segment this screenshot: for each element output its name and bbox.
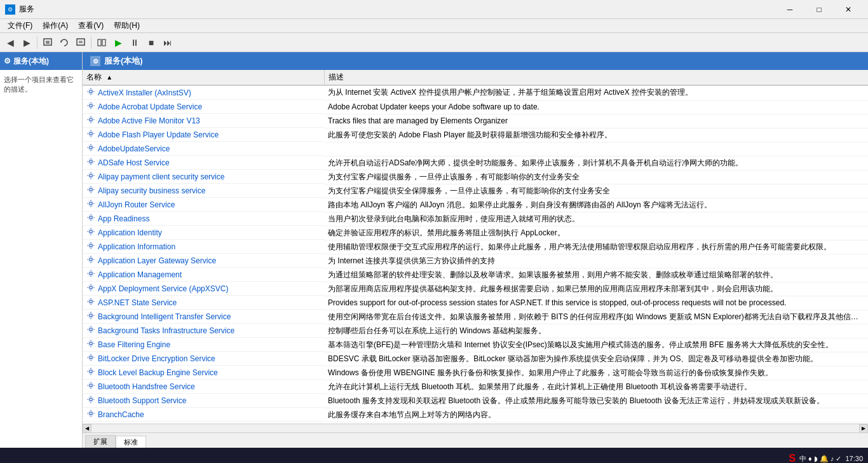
table-row[interactable]: BitLocker Drive Encryption ServiceBDESVC…	[83, 352, 868, 366]
svg-point-10	[90, 118, 92, 121]
back-button[interactable]: ◀	[3, 35, 18, 50]
service-icon	[86, 143, 95, 154]
minimize-button[interactable]: ─	[775, 0, 804, 19]
tab-standard[interactable]: 标准	[116, 436, 146, 448]
table-row[interactable]: Base Filtering Engine基本筛选引擎(BFE)是一种管理防火墙…	[83, 338, 868, 352]
table-row[interactable]: AppX Deployment Service (AppXSVC)为部署应用商店…	[83, 282, 868, 296]
tab-extend[interactable]: 扩展	[85, 435, 116, 448]
service-name: Background Tasks Infrastructure Service	[98, 326, 234, 335]
stop-button[interactable]: ■	[144, 35, 159, 50]
main-layout: ⚙ 服务(本地) 选择一个项目来查看它的描述。 ⚙ 服务(本地) 名称 ▲ 描	[0, 52, 868, 448]
svg-point-8	[90, 90, 92, 93]
restart-button[interactable]: ⏭	[160, 35, 175, 50]
service-icon	[86, 101, 95, 112]
service-name: Bluetooth Handsfree Service	[98, 382, 195, 391]
service-desc: 为通过组策略部署的软件处理安装、删除以及枚举请求。如果该服务被禁用，则用户将不能…	[324, 268, 868, 282]
toolbar-separator-1	[37, 36, 37, 49]
service-icon	[86, 115, 95, 126]
menu-bar: 文件(F) 操作(A) 查看(V) 帮助(H)	[0, 19, 868, 33]
hscroll-track[interactable]	[92, 424, 859, 433]
toolbar-separator-2	[91, 36, 92, 49]
service-desc: 为从 Internet 安装 ActiveX 控件提供用户帐户控制验证，并基于组…	[324, 85, 868, 100]
table-row[interactable]: ASP.NET State ServiceProvides support fo…	[83, 296, 868, 310]
service-desc	[324, 142, 868, 156]
service-name: AppX Deployment Service (AppXSVC)	[98, 284, 228, 293]
hscroll-right-button[interactable]: ▶	[859, 424, 868, 433]
services-table: 名称 ▲ 描述 ActiveX Installer (AxInstSV)为从 I…	[83, 70, 868, 424]
service-name: BitLocker Drive Encryption Service	[98, 354, 215, 363]
svg-point-22	[90, 286, 92, 289]
table-row[interactable]: AdobeUpdateService	[83, 142, 868, 156]
svg-rect-1	[46, 41, 50, 44]
sidebar: ⚙ 服务(本地) 选择一个项目来查看它的描述。	[0, 52, 83, 448]
service-name: Block Level Backup Engine Service	[98, 368, 218, 377]
service-icon	[86, 129, 95, 140]
service-icon	[86, 367, 95, 378]
service-desc: 为支付宝客户端提供安全保障服务，一旦停止该服务，有可能影响你的支付业务安全	[324, 184, 868, 198]
content-header-title: 服务(本地)	[104, 55, 143, 67]
table-row[interactable]: Application Identity确定并验证应用程序的标识。禁用此服务将阻…	[83, 226, 868, 240]
refresh-button[interactable]	[57, 35, 72, 50]
table-row[interactable]: Alipay security business service为支付宝客户端提…	[83, 184, 868, 198]
table-row[interactable]: ADSafe Host Service允许开机自动运行ADSafe净网大师，提供…	[83, 156, 868, 170]
table-row[interactable]: Application Information使用辅助管理权限便于交互式应用程序…	[83, 240, 868, 254]
svg-point-17	[90, 216, 92, 219]
table-row[interactable]: Background Intelligent Transfer Service使…	[83, 310, 868, 324]
svg-point-28	[90, 370, 92, 373]
hscroll-left-button[interactable]: ◀	[83, 424, 92, 433]
svg-rect-3	[77, 39, 85, 45]
service-name: Adobe Flash Player Update Service	[98, 130, 219, 139]
col-desc-header[interactable]: 描述	[324, 70, 868, 85]
service-desc: 基本筛选引擎(BFE)是一种管理防火墙和 Internet 协议安全(IPsec…	[324, 338, 868, 352]
service-desc: Adobe Acrobat Updater keeps your Adobe s…	[324, 100, 868, 114]
nav-up-button[interactable]	[94, 35, 109, 50]
service-name: BranchCache	[98, 410, 144, 419]
menu-action[interactable]: 操作(A)	[37, 19, 73, 32]
svg-point-21	[90, 272, 92, 275]
table-row[interactable]: Alipay payment client security service为支…	[83, 170, 868, 184]
close-button[interactable]: ✕	[834, 0, 863, 19]
table-row[interactable]: Bluetooth Support ServiceBluetooth 服务支持发…	[83, 394, 868, 408]
table-row[interactable]: Adobe Flash Player Update Service此服务可使您安…	[83, 128, 868, 142]
svg-point-31	[90, 412, 92, 415]
table-row[interactable]: Application Layer Gateway Service为 Inter…	[83, 254, 868, 268]
restore-button[interactable]: □	[804, 0, 834, 19]
service-desc: Tracks files that are managed by Element…	[324, 114, 868, 128]
service-icon	[86, 213, 95, 224]
svg-point-25	[90, 328, 92, 331]
svg-rect-7	[102, 39, 105, 46]
table-row[interactable]: App Readiness当用户初次登录到此台电脑和添加新应用时，使应用进入就绪…	[83, 212, 868, 226]
service-name: ASP.NET State Service	[98, 298, 177, 307]
svg-point-27	[90, 356, 92, 359]
export-button[interactable]	[73, 35, 88, 50]
table-row[interactable]: Block Level Backup Engine ServiceWindows…	[83, 366, 868, 380]
service-desc: 确定并验证应用程序的标识。禁用此服务将阻止强制执行 AppLocker。	[324, 226, 868, 240]
hscroll-bar[interactable]: ◀ ▶	[83, 424, 868, 432]
service-name: Adobe Acrobat Update Service	[98, 102, 202, 111]
table-row[interactable]: Bluetooth Handsfree Service允许在此计算机上运行无线 …	[83, 380, 868, 394]
service-name: Application Information	[98, 242, 175, 251]
table-row[interactable]: Background Tasks Infrastructure Service控…	[83, 324, 868, 338]
sidebar-title: 服务(本地)	[13, 56, 49, 67]
show-scope-button[interactable]	[40, 35, 55, 50]
svg-point-16	[90, 202, 92, 205]
table-row[interactable]: Adobe Active File Monitor V13Tracks file…	[83, 114, 868, 128]
menu-file[interactable]: 文件(F)	[3, 19, 37, 32]
table-row[interactable]: Application Management为通过组策略部署的软件处理安装、删除…	[83, 268, 868, 282]
table-wrapper[interactable]: 名称 ▲ 描述 ActiveX Installer (AxInstSV)为从 I…	[83, 70, 868, 424]
taskbar-time: 17:30	[845, 455, 863, 462]
table-row[interactable]: AllJoyn Router Service路由本地 AllJoyn 客户端的 …	[83, 198, 868, 212]
pause-button[interactable]: ⏸	[127, 35, 142, 50]
menu-help[interactable]: 帮助(H)	[109, 19, 145, 32]
play-button[interactable]: ▶	[111, 35, 126, 50]
col-name-header[interactable]: 名称 ▲	[83, 70, 324, 85]
svg-point-14	[90, 174, 92, 177]
sidebar-icon: ⚙	[4, 57, 11, 66]
table-row[interactable]: Adobe Acrobat Update ServiceAdobe Acroba…	[83, 100, 868, 114]
table-row[interactable]: BranchCache此服务缓存来自本地节点网上对等方的网络内容。	[83, 408, 868, 422]
service-name: AdobeUpdateService	[98, 144, 170, 153]
menu-view[interactable]: 查看(V)	[73, 19, 109, 32]
service-icon	[86, 157, 95, 168]
table-row[interactable]: ActiveX Installer (AxInstSV)为从 Internet …	[83, 85, 868, 100]
forward-button[interactable]: ▶	[19, 35, 34, 50]
